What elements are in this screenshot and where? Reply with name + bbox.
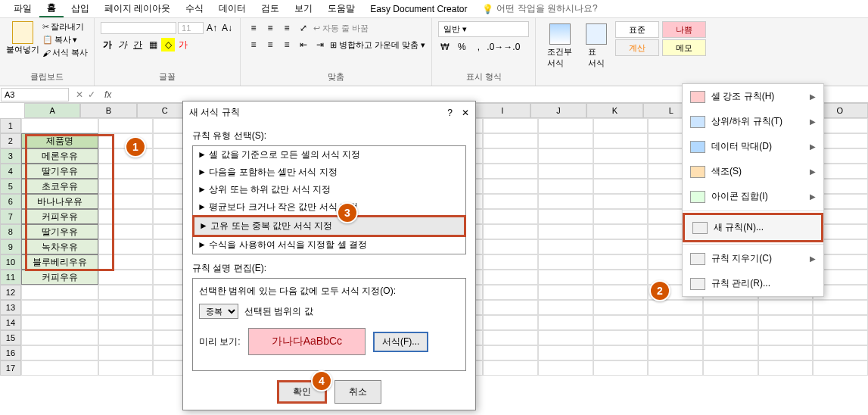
cell-I4[interactable]	[483, 164, 538, 179]
cell-A13[interactable]	[21, 300, 98, 315]
cell-B7[interactable]	[98, 209, 154, 224]
comma-icon[interactable]: ,	[471, 40, 485, 54]
cell-J10[interactable]	[538, 254, 593, 270]
cell-A17[interactable]	[21, 360, 98, 376]
duplicate-select[interactable]: 중복	[199, 304, 238, 319]
row-header-1[interactable]: 1	[0, 118, 21, 133]
cell-J14[interactable]	[538, 315, 593, 330]
dialog-close-icon[interactable]: ✕	[462, 108, 469, 118]
paste-button[interactable]: 붙여넣기	[6, 21, 39, 55]
cell-B16[interactable]	[98, 345, 154, 360]
dropdown-item-7[interactable]: 규칙 관리(R)...	[683, 271, 823, 296]
tab-file[interactable]: 파일	[6, 1, 39, 17]
cell-A15[interactable]	[21, 330, 98, 345]
cell-A9[interactable]: 녹차우유	[21, 239, 98, 254]
cell-A6[interactable]: 바나나우유	[21, 194, 98, 209]
tab-formulas[interactable]: 수식	[178, 1, 211, 17]
cell-N14[interactable]	[758, 315, 814, 330]
cell-K14[interactable]	[593, 315, 649, 330]
cell-I12[interactable]	[483, 285, 538, 300]
dropdown-item-1[interactable]: 상위/하위 규칙(T)▶	[683, 109, 823, 134]
row-header-4[interactable]: 4	[0, 164, 21, 179]
cell-A1[interactable]	[21, 118, 98, 133]
cell-B4[interactable]	[98, 164, 154, 179]
cell-B13[interactable]	[98, 300, 154, 315]
dropdown-item-5[interactable]: 새 규칙(N)...	[683, 213, 823, 242]
indent-dec-icon[interactable]: ⇤	[297, 38, 310, 51]
cell-A16[interactable]	[21, 345, 98, 360]
cell-I14[interactable]	[483, 315, 538, 330]
decrease-font-icon[interactable]: A↓	[220, 21, 234, 35]
cell-K8[interactable]	[593, 224, 649, 239]
fill-color-icon[interactable]: ◇	[161, 38, 175, 51]
row-header-7[interactable]: 7	[0, 209, 21, 224]
tab-help[interactable]: 도움말	[320, 1, 362, 17]
cell-B10[interactable]	[98, 254, 154, 270]
cell-J13[interactable]	[538, 300, 593, 315]
align-middle-icon[interactable]: ≡	[263, 21, 277, 35]
cell-O15[interactable]	[813, 330, 868, 345]
cut-button[interactable]: ✂잘라내기	[42, 21, 88, 33]
cell-A14[interactable]	[21, 315, 98, 330]
dec-decimal-icon[interactable]: →.0	[505, 40, 518, 54]
cell-A5[interactable]: 초코우유	[21, 179, 98, 194]
cell-M16[interactable]	[703, 345, 758, 360]
cell-B12[interactable]	[98, 285, 154, 300]
cell-A8[interactable]: 딸기우유	[21, 224, 98, 239]
cell-L15[interactable]	[648, 330, 703, 345]
align-right-icon[interactable]: ≡	[280, 38, 294, 51]
rule-item-4[interactable]: ► 고유 또는 중복 값만 서식 지정	[192, 215, 466, 237]
cell-J11[interactable]	[538, 270, 593, 285]
cell-K13[interactable]	[593, 300, 649, 315]
indent-inc-icon[interactable]: ⇥	[313, 38, 327, 51]
underline-icon[interactable]: 간	[131, 38, 145, 51]
cell-I1[interactable]	[483, 118, 538, 133]
cell-J2[interactable]	[538, 133, 593, 148]
cell-style-memo[interactable]: 메모	[662, 39, 706, 56]
cell-style-bad[interactable]: 나쁨	[662, 21, 706, 38]
cell-K3[interactable]	[593, 148, 649, 164]
dropdown-item-6[interactable]: 규칙 지우기(C)▶	[683, 246, 823, 271]
cell-A2[interactable]: 제품명	[21, 133, 98, 148]
cancel-button[interactable]: 취소	[334, 380, 381, 404]
cell-K4[interactable]	[593, 164, 649, 179]
row-header-6[interactable]: 6	[0, 194, 21, 209]
cell-K17[interactable]	[593, 360, 649, 376]
tab-insert[interactable]: 삽입	[64, 1, 97, 17]
row-header-3[interactable]: 3	[0, 148, 21, 164]
cell-L17[interactable]	[648, 360, 703, 376]
tab-home[interactable]: 홈	[39, 0, 64, 17]
cell-J6[interactable]	[538, 194, 593, 209]
enter-fx-icon[interactable]: ✓	[88, 89, 95, 100]
cell-K9[interactable]	[593, 239, 649, 254]
cell-M15[interactable]	[703, 330, 758, 345]
name-box[interactable]	[1, 88, 69, 101]
rule-item-3[interactable]: ► 평균보다 크거나 작은 값만 서식 지정	[193, 198, 465, 216]
merge-center-button[interactable]: ⊞ 병합하고 가운데 맞춤 ▾	[330, 39, 425, 51]
cell-B8[interactable]	[98, 224, 154, 239]
cell-I9[interactable]	[483, 239, 538, 254]
row-header-2[interactable]: 2	[0, 133, 21, 148]
cell-I8[interactable]	[483, 224, 538, 239]
cell-I7[interactable]	[483, 209, 538, 224]
cell-B5[interactable]	[98, 179, 154, 194]
cell-I3[interactable]	[483, 148, 538, 164]
cell-B11[interactable]	[98, 270, 154, 285]
cell-K10[interactable]	[593, 254, 649, 270]
dropdown-item-0[interactable]: 셀 강조 규칙(H)▶	[683, 84, 823, 109]
cell-J17[interactable]	[538, 360, 593, 376]
bold-icon[interactable]: 가	[101, 38, 114, 51]
row-header-5[interactable]: 5	[0, 179, 21, 194]
tab-review[interactable]: 검토	[254, 1, 287, 17]
cell-K11[interactable]	[593, 270, 649, 285]
cell-K7[interactable]	[593, 209, 649, 224]
cell-A7[interactable]: 커피우유	[21, 209, 98, 224]
row-header-16[interactable]: 16	[0, 345, 21, 360]
cell-I11[interactable]	[483, 270, 538, 285]
cell-A11[interactable]: 커피우유	[21, 270, 98, 285]
col-header-J[interactable]: J	[530, 103, 586, 118]
row-header-17[interactable]: 17	[0, 360, 21, 376]
dialog-help-icon[interactable]: ?	[447, 108, 453, 118]
cell-M14[interactable]	[703, 315, 758, 330]
cell-K12[interactable]	[593, 285, 649, 300]
